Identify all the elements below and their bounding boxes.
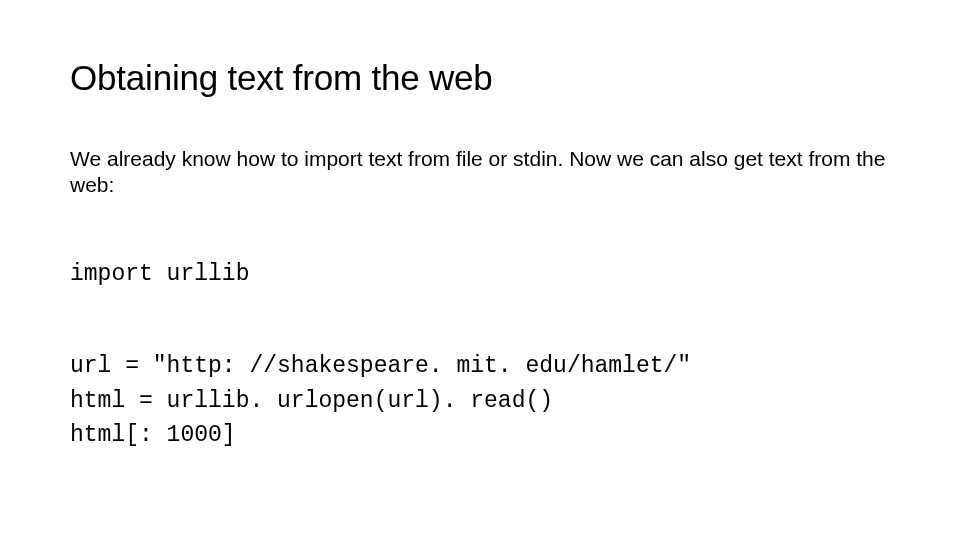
- code-line-url: url = "http: //shakespeare. mit. edu/ham…: [70, 349, 890, 384]
- slide-body-text: We already know how to import text from …: [70, 146, 890, 199]
- code-line-html-read: html = urllib. urlopen(url). read(): [70, 384, 890, 419]
- slide-title: Obtaining text from the web: [70, 58, 890, 98]
- code-line-slice: html[: 1000]: [70, 418, 890, 453]
- code-line-import: import urllib: [70, 257, 890, 292]
